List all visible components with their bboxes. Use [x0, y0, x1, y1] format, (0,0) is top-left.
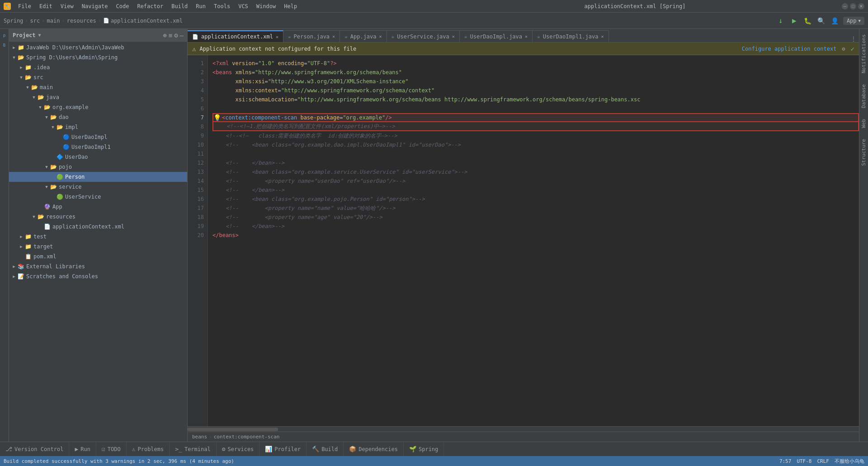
tree-userdao[interactable]: 🔷 UserDao	[9, 152, 187, 162]
code-line-7: 💡 <context:component-scan base-package="…	[212, 113, 859, 122]
tree-target[interactable]: ▶ 📁 target	[9, 242, 187, 252]
debug-app-button[interactable]: 🐛	[802, 15, 813, 26]
tree-test[interactable]: ▶ 📁 test	[9, 232, 187, 242]
tree-pom[interactable]: 📋 pom.xml	[9, 252, 187, 262]
scrollbar-thumb[interactable]	[188, 428, 278, 431]
project-sidebar-icon[interactable]: P	[1, 33, 8, 40]
breadcrumb-src[interactable]: src	[30, 18, 40, 24]
bottom-tab-run[interactable]: ▶ Run	[69, 442, 96, 456]
bottom-tab-profiler[interactable]: 📊 Profiler	[259, 442, 307, 456]
configure-gear-icon[interactable]: ⚙	[842, 46, 845, 52]
tree-resources[interactable]: ▼ 📂 resources	[9, 212, 187, 222]
menu-edit[interactable]: Edit	[36, 2, 56, 10]
status-line-sep[interactable]: CRLF	[817, 458, 830, 464]
bottom-tab-todo[interactable]: ☑ TODO	[96, 442, 127, 456]
tree-arrow: ▼	[18, 75, 24, 80]
tree-userdaoimpl[interactable]: 🔵 UserDaoImpl	[9, 132, 187, 142]
tree-appctx[interactable]: 📄 applicationContext.xml	[9, 222, 187, 232]
tree-dao[interactable]: ▼ 📂 dao	[9, 112, 187, 122]
tab-close-appctx[interactable]: ✕	[276, 34, 278, 39]
status-encoding[interactable]: UTF-8	[797, 458, 811, 464]
tab-close-person[interactable]: ✕	[332, 34, 335, 39]
close-button[interactable]: ✕	[858, 3, 864, 10]
bottom-tab-spring[interactable]: 🌱 Spring	[404, 442, 444, 456]
run-app-button[interactable]: ▶	[789, 15, 800, 26]
tree-orgexample[interactable]: ▼ 📂 org.example	[9, 102, 187, 112]
bulb-icon[interactable]: 💡	[213, 113, 221, 122]
tree-springroot[interactable]: ▼ 📂 Spring D:\Users\Admin\Spring	[9, 52, 187, 62]
tree-person[interactable]: 🟢 Person	[9, 172, 187, 182]
maximize-button[interactable]: □	[850, 3, 856, 10]
menu-tools[interactable]: Tools	[210, 2, 234, 10]
tab-userdaoimpl[interactable]: ☕ UserDaoImpl.java ✕	[460, 30, 533, 42]
menu-code[interactable]: Code	[113, 2, 133, 10]
tab-appctx[interactable]: 📄 applicationContext.xml ✕	[188, 30, 283, 42]
menu-file[interactable]: File	[14, 2, 35, 10]
tab-app[interactable]: ☕ App.java ✕	[340, 30, 387, 42]
database-label[interactable]: Database	[860, 82, 868, 110]
menu-help[interactable]: Help	[280, 2, 301, 10]
breadcrumb-project[interactable]: Spring	[4, 18, 23, 24]
menu-run[interactable]: Run	[192, 2, 209, 10]
menu-refactor[interactable]: Refactor	[133, 2, 167, 10]
locate-icon[interactable]: ⊕	[163, 32, 166, 39]
footer-context-scan[interactable]: context:component-scan	[214, 434, 280, 440]
services-icon: ⚙	[222, 446, 226, 452]
settings-button[interactable]: 👤	[830, 15, 840, 26]
tree-javawebroot[interactable]: ▶ 📁 JavaWeb D:\Users\Admin\JavaWeb	[9, 43, 187, 52]
tree-extlibs[interactable]: ▶ 📚 External Libraries	[9, 262, 187, 271]
tree-pojo[interactable]: ▼ 📂 pojo	[9, 162, 187, 172]
minimize-button[interactable]: ─	[842, 3, 848, 10]
code-line-19: <!-- </bean>-->	[212, 222, 859, 231]
tab-close-userdaoimpl1[interactable]: ✕	[601, 34, 604, 39]
git-update-icon[interactable]: ↓	[775, 15, 786, 26]
tab-close-app[interactable]: ✕	[379, 34, 382, 39]
menu-window[interactable]: Window	[253, 2, 279, 10]
tree-java[interactable]: ▼ 📂 java	[9, 92, 187, 102]
structure-label[interactable]: Structure	[860, 137, 868, 168]
settings-icon[interactable]: ⚙	[174, 32, 178, 39]
notifications-label[interactable]: Notifications	[860, 33, 868, 75]
menu-vcs[interactable]: VCS	[235, 2, 252, 10]
tree-arrow: ▼	[24, 85, 31, 90]
tree-main[interactable]: ▼ 📂 main	[9, 82, 187, 92]
tab-overflow-button[interactable]: ⋮	[848, 36, 859, 42]
tree-userservice[interactable]: 🟢 UserService	[9, 192, 187, 202]
configure-context-link[interactable]: Configure application context	[742, 46, 837, 52]
footer-beans[interactable]: beans	[192, 434, 207, 440]
app-selector[interactable]: App ▼	[843, 17, 864, 25]
tab-close-userservice[interactable]: ✕	[452, 34, 455, 39]
line-number: 12	[188, 158, 208, 167]
tree-impl[interactable]: ▼ 📂 impl	[9, 122, 187, 132]
bookmarks-sidebar-icon[interactable]: B	[1, 42, 8, 49]
bottom-tab-services[interactable]: ⚙ Services	[217, 442, 260, 456]
breadcrumb-main[interactable]: main	[47, 18, 60, 24]
tab-person[interactable]: ☕ Person.java ✕	[283, 30, 340, 42]
bottom-tab-vcs[interactable]: ⎇ Version Control	[0, 442, 69, 456]
menu-build[interactable]: Build	[168, 2, 191, 10]
tab-userdaoimpl1[interactable]: ☕ UserDaoImpl1.java ✕	[533, 30, 609, 42]
tree-userdaoimpl1[interactable]: 🔵 UserDaoImpl1	[9, 142, 187, 152]
web-label[interactable]: Web	[860, 117, 868, 130]
folder-open-icon: 📂	[37, 213, 44, 220]
tree-service[interactable]: ▼ 📂 service	[9, 182, 187, 192]
code-editor[interactable]: 1 2 3 4 5 6 7 8 9 10 11 12 13 14 15 16 1	[188, 55, 859, 426]
bottom-tab-terminal[interactable]: >_ Terminal	[170, 442, 216, 456]
bottom-tab-build[interactable]: 🔨 Build	[307, 442, 344, 456]
dropdown-arrow-icon[interactable]: ▼	[38, 33, 41, 38]
tree-idea[interactable]: ▶ 📁 .idea	[9, 62, 187, 72]
tab-userservice[interactable]: ☕ UserService.java ✕	[387, 30, 460, 42]
search-icon[interactable]: 🔍	[816, 15, 827, 26]
collapse-all-icon[interactable]: ≡	[169, 32, 172, 39]
bottom-tab-problems[interactable]: ⚠ Problems	[127, 442, 170, 456]
breadcrumb-resources[interactable]: resources	[67, 18, 96, 24]
tree-scratches[interactable]: ▶ 📝 Scratches and Consoles	[9, 271, 187, 281]
bottom-tab-dependencies[interactable]: 📦 Dependencies	[344, 442, 404, 456]
menu-view[interactable]: View	[57, 2, 77, 10]
tree-src[interactable]: ▼ 📂 src	[9, 72, 187, 82]
horizontal-scrollbar[interactable]	[188, 426, 859, 432]
menu-navigate[interactable]: Navigate	[78, 2, 112, 10]
hide-panel-icon[interactable]: —	[180, 32, 184, 39]
tab-close-userdaoimpl[interactable]: ✕	[525, 34, 528, 39]
tree-app[interactable]: 🔮 App	[9, 202, 187, 212]
